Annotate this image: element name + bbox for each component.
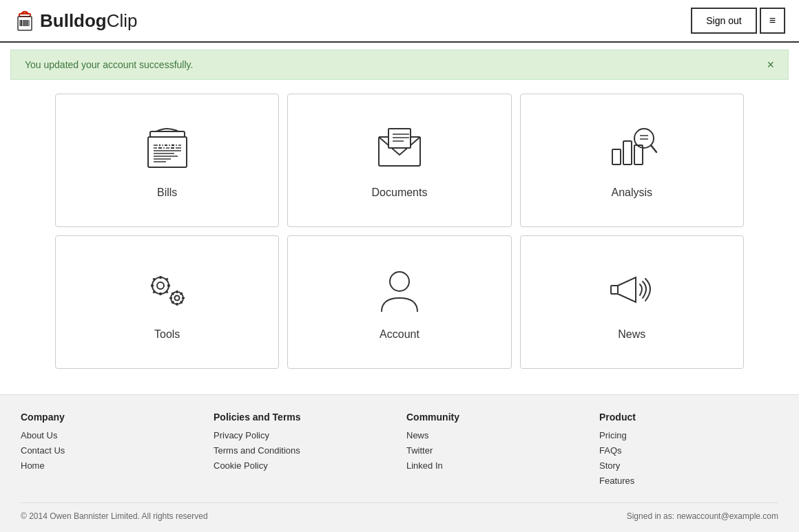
footer-bottom: © 2014 Owen Bannister Limited. All right… — [21, 502, 778, 521]
footer-policies-heading: Policies and Terms — [214, 412, 393, 423]
footer-product: Product Pricing FAQs Story Features — [599, 412, 778, 489]
footer-story[interactable]: Story — [599, 458, 778, 474]
bills-label: Bills — [157, 187, 177, 199]
signed-in-text: Signed in as: newaccount@example.com — [627, 511, 778, 521]
footer-linkedin[interactable]: Linked In — [406, 458, 585, 474]
footer-community: Community News Twitter Linked In — [406, 412, 585, 489]
tools-icon — [140, 264, 195, 319]
svg-line-51 — [153, 291, 155, 293]
bulldog-clip-icon — [14, 8, 36, 33]
footer-home[interactable]: Home — [21, 458, 200, 474]
svg-point-62 — [390, 272, 409, 291]
logo[interactable]: BulldogClip — [14, 8, 138, 33]
account-card[interactable]: Account — [287, 235, 511, 369]
footer-contact-us[interactable]: Contact Us — [21, 443, 200, 458]
footer-privacy-policy[interactable]: Privacy Policy — [214, 428, 393, 443]
footer-company: Company About Us Contact Us Home — [21, 412, 200, 489]
svg-line-49 — [165, 291, 167, 293]
tools-card[interactable]: Tools — [55, 235, 279, 369]
svg-rect-36 — [623, 141, 632, 164]
analysis-card[interactable]: Analysis — [520, 94, 744, 227]
svg-point-53 — [174, 296, 179, 301]
svg-rect-31 — [388, 129, 411, 148]
svg-rect-9 — [150, 131, 185, 137]
footer-twitter[interactable]: Twitter — [406, 443, 585, 458]
documents-icon — [372, 122, 427, 177]
footer-cookie-policy[interactable]: Cookie Policy — [214, 458, 393, 474]
header: BulldogClip Sign out ≡ — [0, 0, 799, 43]
documents-label: Documents — [372, 187, 428, 199]
bills-card[interactable]: Bills — [55, 94, 279, 227]
header-actions: Sign out ≡ — [691, 8, 785, 34]
footer-policies: Policies and Terms Privacy Policy Terms … — [214, 412, 393, 489]
alert-close-button[interactable]: × — [767, 58, 774, 71]
footer-grid: Company About Us Contact Us Home Policie… — [21, 412, 778, 489]
main-content: Bills Documents — [0, 87, 799, 394]
svg-point-43 — [157, 282, 164, 289]
account-icon — [372, 264, 427, 319]
alert-message: You updated your account successfully. — [25, 59, 193, 70]
account-label: Account — [380, 328, 419, 341]
news-icon — [604, 264, 659, 319]
footer: Company About Us Contact Us Home Policie… — [0, 394, 799, 532]
menu-button[interactable]: ≡ — [760, 8, 785, 34]
footer-community-heading: Community — [406, 412, 585, 423]
card-grid: Bills Documents — [55, 94, 744, 369]
signout-button[interactable]: Sign out — [691, 8, 756, 34]
news-label: News — [618, 328, 645, 341]
footer-company-heading: Company — [21, 412, 200, 423]
documents-card[interactable]: Documents — [287, 94, 511, 227]
analysis-icon — [604, 122, 659, 177]
logo-text: BulldogClip — [40, 10, 138, 32]
footer-faqs[interactable]: FAQs — [599, 443, 778, 458]
analysis-label: Analysis — [612, 187, 653, 199]
svg-line-48 — [153, 279, 155, 281]
footer-features[interactable]: Features — [599, 474, 778, 489]
tools-label: Tools — [154, 328, 180, 341]
svg-rect-10 — [148, 137, 187, 167]
footer-pricing[interactable]: Pricing — [599, 428, 778, 443]
svg-rect-63 — [611, 286, 618, 294]
news-card[interactable]: News — [520, 235, 744, 369]
footer-news[interactable]: News — [406, 428, 585, 443]
svg-line-39 — [651, 145, 656, 152]
svg-line-50 — [165, 279, 167, 281]
success-alert: You updated your account successfully. × — [10, 50, 789, 80]
bills-icon — [140, 122, 195, 177]
footer-product-heading: Product — [599, 412, 778, 423]
copyright-text: © 2014 Owen Bannister Limited. All right… — [21, 511, 208, 521]
footer-about-us[interactable]: About Us — [21, 428, 200, 443]
footer-terms-conditions[interactable]: Terms and Conditions — [214, 443, 393, 458]
svg-rect-35 — [612, 149, 621, 164]
